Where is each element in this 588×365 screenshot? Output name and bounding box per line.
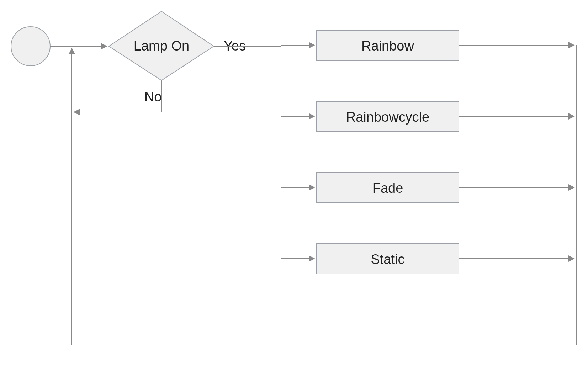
- decision-label: Lamp On: [134, 38, 189, 53]
- process-fade: Fade: [317, 173, 459, 203]
- decision-lamp-on: Lamp On: [109, 11, 214, 80]
- start-node: [11, 27, 50, 66]
- process-rainbow: Rainbow: [317, 30, 459, 60]
- process-label: Rainbow: [361, 38, 414, 53]
- process-static: Static: [317, 244, 459, 274]
- process-label: Static: [371, 252, 404, 267]
- flowchart-canvas: Lamp On Rainbow Rainbowcycle Fade Static…: [0, 0, 588, 365]
- process-rainbowcycle: Rainbowcycle: [317, 101, 459, 132]
- decision-no-label: No: [144, 89, 162, 104]
- process-label: Fade: [372, 181, 403, 196]
- process-label: Rainbowcycle: [346, 110, 429, 125]
